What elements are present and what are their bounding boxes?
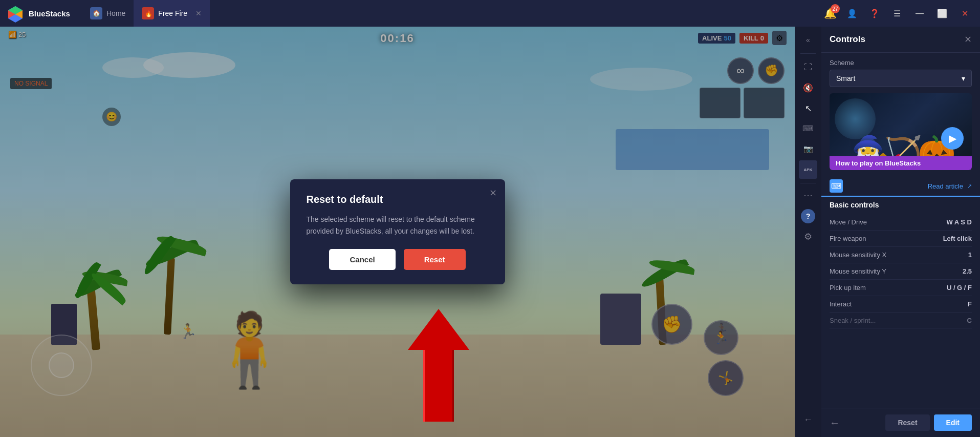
basic-controls-section: Basic controls Move / Drive W A S D Fire… [821, 201, 980, 408]
logo-area: BlueStacks [0, 4, 82, 23]
notification-button[interactable]: 🔔 27 [824, 7, 837, 19]
reset-dialog: Reset to default ✕ The selected scheme w… [290, 179, 505, 284]
svg-text:🔥: 🔥 [145, 10, 153, 17]
apk-label: APK [804, 168, 813, 172]
control-name-fire: Fire weapon [830, 235, 866, 242]
bluestacks-logo [6, 4, 25, 23]
game-viewport: 📶 25 00:16 ALIVE 50 KILL 0 ⚙ NO SIGNAL 😊… [0, 27, 795, 437]
freefire-tab-icon: 🔥 [142, 7, 154, 19]
video-play-button[interactable]: ▶ [941, 127, 964, 150]
right-toolbar: « ⛶ 🔇 ↖ ⌨ 📷 APK ⋯ ? ⚙ ← [795, 27, 821, 437]
control-row-fire: Fire weapon Left click [830, 231, 972, 247]
read-article-link[interactable]: Read article [928, 182, 963, 190]
video-thumbnail[interactable]: 🧙‍♂️🏹🎃 ▶ How to play on BlueStacks [830, 93, 972, 170]
more-options-button[interactable]: ⋯ [801, 188, 815, 203]
controls-header: Controls ✕ [821, 27, 980, 53]
control-row-move: Move / Drive W A S D [830, 214, 972, 231]
settings-button[interactable]: ⚙ [799, 227, 817, 246]
basic-controls-title: Basic controls [830, 201, 972, 209]
controls-footer: ← Reset Edit [821, 408, 980, 437]
control-row-pickup: Pick up item U / G / F [830, 280, 972, 296]
dialog-overlay: Reset to default ✕ The selected scheme w… [0, 27, 795, 437]
control-row-sensitivity-y: Mouse sensitivity Y 2.5 [830, 263, 972, 280]
footer-action-buttons: Reset Edit [885, 414, 972, 431]
logo-text: BlueStacks [29, 9, 70, 18]
read-article-row: ⌨ Read article ↗ [821, 176, 980, 197]
close-button[interactable]: ✕ [957, 6, 972, 20]
title-bar-right: 🔔 27 👤 ❓ ☰ — ⬜ ✕ [824, 6, 980, 20]
cancel-button[interactable]: Cancel [329, 249, 395, 270]
dialog-buttons: Cancel Reset [307, 249, 489, 270]
toolbar-separator-2 [800, 183, 816, 183]
dialog-close-button[interactable]: ✕ [489, 188, 497, 199]
reset-button[interactable]: Reset [404, 249, 466, 270]
red-arrow-indicator [408, 309, 469, 422]
controls-close-button[interactable]: ✕ [964, 34, 972, 45]
control-row-partial: Sneak / sprint... C [830, 313, 972, 329]
control-row-sensitivity-x: Mouse sensitivity X 1 [830, 247, 972, 263]
menu-button[interactable]: ☰ [890, 6, 904, 20]
controls-back-button[interactable]: ← [830, 417, 840, 429]
maximize-button[interactable]: ⬜ [935, 6, 949, 20]
tab-freefire[interactable]: 🔥 Free Fire ✕ [134, 0, 210, 27]
tab-home[interactable]: 🏠 Home [82, 0, 134, 27]
help-panel-button[interactable]: ? [801, 209, 815, 223]
keyboard-icon: ⌨ [830, 179, 843, 193]
controls-edit-button[interactable]: Edit [934, 414, 972, 431]
control-name-pickup: Pick up item [830, 284, 866, 292]
arrow-head [408, 309, 469, 350]
control-name-sensitivity-x: Mouse sensitivity X [830, 251, 886, 259]
control-key-move: W A S D [946, 218, 972, 226]
notification-count: 27 [831, 4, 840, 13]
toolbar-separator-1 [800, 53, 816, 54]
back-button[interactable]: ← [799, 410, 817, 429]
control-key-partial: C [967, 317, 972, 324]
help-button[interactable]: ❓ [867, 6, 882, 20]
control-key-interact: F [968, 300, 972, 308]
cursor-button[interactable]: ↖ [799, 99, 817, 117]
control-name-interact: Interact [830, 300, 852, 308]
controls-reset-button[interactable]: Reset [885, 414, 929, 431]
control-row-interact: Interact F [830, 296, 972, 313]
collapse-toolbar-button[interactable]: « [799, 31, 817, 49]
scheme-value: Smart [836, 74, 855, 82]
video-caption: How to play on BlueStacks [830, 156, 972, 170]
home-tab-icon: 🏠 [90, 7, 102, 19]
freefire-tab-close[interactable]: ✕ [195, 9, 202, 17]
volume-button[interactable]: 🔇 [799, 78, 817, 97]
control-name-sensitivity-y: Mouse sensitivity Y [830, 267, 886, 275]
freefire-tab-label: Free Fire [158, 9, 187, 17]
scheme-section: Scheme Smart ▾ [821, 53, 980, 93]
chevron-down-icon: ▾ [962, 74, 965, 82]
title-bar: BlueStacks 🏠 Home 🔥 Free Fire ✕ 🔔 27 👤 ❓… [0, 0, 980, 27]
control-key-pickup: U / G / F [947, 284, 972, 292]
scheme-dropdown[interactable]: Smart ▾ [830, 70, 972, 87]
scheme-label: Scheme [830, 59, 972, 67]
fullscreen-button[interactable]: ⛶ [799, 58, 817, 76]
arrow-body [423, 350, 454, 422]
controls-panel-title: Controls [830, 34, 865, 45]
controls-panel: Controls ✕ Scheme Smart ▾ 🧙‍♂️🏹🎃 ▶ How t… [821, 27, 980, 437]
keyboard-button[interactable]: ⌨ [799, 119, 817, 138]
control-key-sensitivity-y: 2.5 [963, 267, 972, 275]
main-content: 📶 25 00:16 ALIVE 50 KILL 0 ⚙ NO SIGNAL 😊… [0, 27, 980, 437]
control-key-fire: Left click [943, 235, 972, 242]
minimize-button[interactable]: — [912, 6, 927, 20]
dialog-title: Reset to default [307, 194, 489, 205]
apk-install-button[interactable]: APK [799, 160, 817, 179]
dialog-message: The selected scheme will reset to the de… [307, 214, 489, 237]
control-key-sensitivity-x: 1 [968, 251, 972, 259]
home-tab-label: Home [106, 9, 125, 17]
account-button[interactable]: 👤 [845, 6, 859, 20]
control-name-move: Move / Drive [830, 218, 867, 226]
screenshot-button[interactable]: 📷 [799, 140, 817, 158]
control-name-partial: Sneak / sprint... [830, 317, 876, 324]
external-link-icon: ↗ [967, 183, 972, 190]
